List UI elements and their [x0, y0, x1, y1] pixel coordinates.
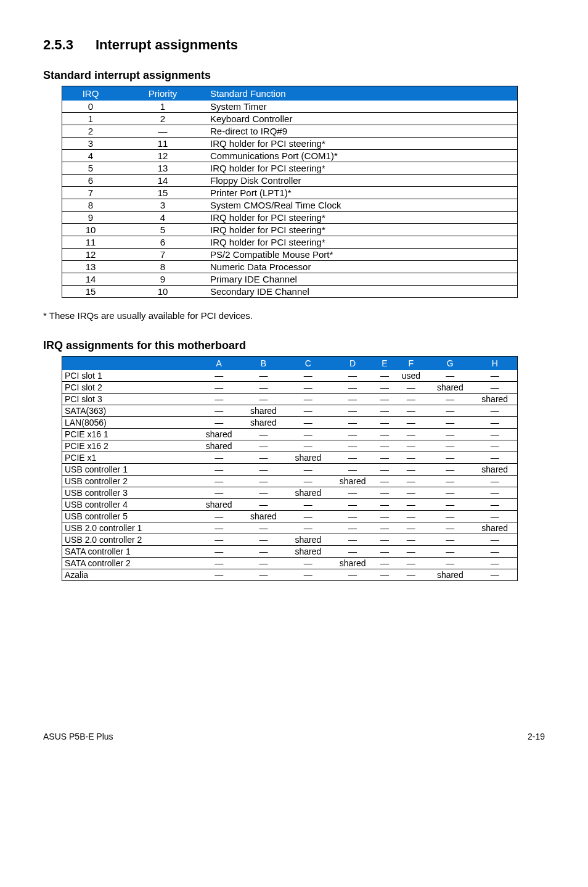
cell-function: IRQ holder for PCI steering* — [206, 224, 518, 236]
cell: — — [428, 464, 472, 476]
cell: — — [197, 534, 241, 546]
cell: — — [428, 522, 472, 534]
cell: — — [197, 522, 241, 534]
cell-irq: 10 — [62, 224, 120, 236]
cell: — — [286, 382, 330, 394]
cell: — — [472, 370, 517, 382]
cell: — — [197, 464, 241, 476]
table-row: PCIE x16 2shared——————— — [62, 440, 518, 452]
cell: — — [375, 476, 394, 487]
table-row: PCIE x16 1shared——————— — [62, 429, 518, 440]
cell: — — [472, 499, 517, 511]
table-row: 94IRQ holder for PCI steering* — [62, 212, 518, 224]
cell: — — [330, 546, 375, 558]
cell-irq: 11 — [62, 236, 120, 249]
col-header: G — [428, 357, 472, 371]
cell: — — [394, 452, 428, 464]
table2-title: IRQ assignments for this motherboard — [43, 339, 545, 352]
cell: — — [375, 534, 394, 546]
cell: — — [375, 464, 394, 476]
cell: — — [330, 464, 375, 476]
cell-name: USB 2.0 controller 2 — [62, 534, 197, 546]
cell: — — [394, 382, 428, 394]
cell: — — [428, 417, 472, 429]
cell: — — [286, 569, 330, 581]
cell: — — [394, 511, 428, 522]
table-row: 127PS/2 Compatible Mouse Port* — [62, 249, 518, 261]
table-row: USB controller 2———shared———— — [62, 476, 518, 487]
table-row: USB controller 4shared——————— — [62, 499, 518, 511]
cell: shared — [241, 405, 285, 417]
cell: shared — [330, 558, 375, 569]
cell: — — [375, 370, 394, 382]
cell: used — [394, 370, 428, 382]
cell: shared — [286, 546, 330, 558]
cell-irq: 2 — [62, 125, 120, 138]
cell: — — [197, 417, 241, 429]
cell: — — [428, 487, 472, 499]
col-header: C — [286, 357, 330, 371]
cell-priority: 5 — [119, 224, 206, 236]
cell-irq: 5 — [62, 162, 120, 175]
cell: — — [241, 569, 285, 581]
cell: shared — [428, 382, 472, 394]
cell: — — [428, 558, 472, 569]
cell: — — [375, 452, 394, 464]
cell-irq: 9 — [62, 212, 120, 224]
table-row: 12Keyboard Controller — [62, 113, 518, 125]
cell: — — [286, 429, 330, 440]
cell-name: USB controller 2 — [62, 476, 197, 487]
cell-priority: 7 — [119, 249, 206, 261]
cell-function: IRQ holder for PCI steering* — [206, 212, 518, 224]
section-heading: 2.5.3Interrupt assignments — [43, 37, 545, 53]
cell: — — [394, 394, 428, 405]
cell-function: Numeric Data Processor — [206, 261, 518, 273]
col-header: E — [375, 357, 394, 371]
cell: — — [241, 558, 285, 569]
cell-name: USB controller 3 — [62, 487, 197, 499]
cell-irq: 13 — [62, 261, 120, 273]
cell-priority: 1 — [119, 101, 206, 113]
cell-function: Printer Port (LPT1)* — [206, 187, 518, 199]
table-row: USB 2.0 controller 1———————shared — [62, 522, 518, 534]
cell: — — [197, 370, 241, 382]
cell: shared — [428, 569, 472, 581]
cell: — — [286, 464, 330, 476]
cell: — — [428, 534, 472, 546]
cell: — — [241, 370, 285, 382]
cell-function: Keyboard Controller — [206, 113, 518, 125]
cell: — — [472, 405, 517, 417]
cell: — — [375, 487, 394, 499]
cell-name: SATA(363) — [62, 405, 197, 417]
cell: — — [286, 522, 330, 534]
cell-irq: 15 — [62, 286, 120, 298]
table-row: LAN(8056)—shared—————— — [62, 417, 518, 429]
cell-priority: 14 — [119, 175, 206, 187]
cell-name: USB 2.0 controller 1 — [62, 522, 197, 534]
table-row: 311IRQ holder for PCI steering* — [62, 138, 518, 150]
cell: — — [197, 511, 241, 522]
cell: — — [375, 546, 394, 558]
table1-title: Standard interrupt assignments — [43, 69, 545, 82]
cell: shared — [241, 417, 285, 429]
cell: — — [428, 546, 472, 558]
cell-function: IRQ holder for PCI steering* — [206, 138, 518, 150]
col-header: B — [241, 357, 285, 371]
cell: — — [286, 417, 330, 429]
cell-function: IRQ holder for PCI steering* — [206, 162, 518, 175]
cell: — — [286, 394, 330, 405]
cell: — — [472, 558, 517, 569]
cell: — — [330, 405, 375, 417]
cell: — — [375, 569, 394, 581]
cell-function: Floppy Disk Controller — [206, 175, 518, 187]
cell: — — [241, 440, 285, 452]
cell-priority: 9 — [119, 273, 206, 286]
cell: — — [330, 511, 375, 522]
cell: — — [241, 546, 285, 558]
cell-irq: 6 — [62, 175, 120, 187]
table-row: 1510Secondary IDE Channel — [62, 286, 518, 298]
cell: — — [330, 522, 375, 534]
cell: shared — [197, 499, 241, 511]
cell-priority: 2 — [119, 113, 206, 125]
cell: — — [472, 417, 517, 429]
